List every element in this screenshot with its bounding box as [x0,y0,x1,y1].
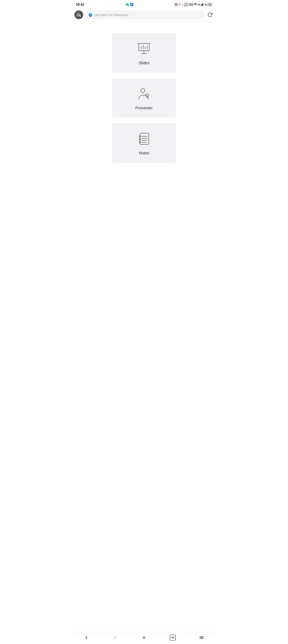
status-time: 20:42 [76,3,84,6]
security-shield-icon [88,12,93,17]
nfc-icon: N [175,3,178,6]
hd2-icon: HD2 [189,4,193,6]
bluetooth-icon: ☇ [182,3,183,6]
forward-button[interactable] [110,634,120,642]
battery-level: 94 [209,4,211,6]
svg-rect-9 [139,44,149,51]
signal-4g-icon: 4G [198,4,200,6]
wechat-icon [125,2,129,6]
url-host: 192.168.0.197 [94,13,113,16]
svg-rect-1 [202,4,202,6]
slides-icon [136,41,152,57]
new-tab-button[interactable] [139,634,149,642]
svg-rect-3 [203,3,203,6]
battery-icon: 94 [208,3,212,6]
address-bar[interactable]: 192.168.0.197:3032/entry [85,11,204,19]
svg-rect-2 [202,4,203,6]
presenter-icon [136,86,152,102]
notes-icon [136,131,152,147]
alipay-icon: 支 [130,3,133,6]
presenter-card[interactable]: Presenter [112,78,176,118]
speed-text: 3.00KB/S [184,2,188,7]
svg-rect-4 [203,3,204,6]
wifi-icon [194,3,197,6]
tab-count: 29 [170,634,176,640]
browser-bar: 192.168.0.197:3032/entry [72,9,216,21]
notes-card[interactable]: Notes [112,123,176,162]
url-path: :3032/entry [113,13,128,16]
avatar-button[interactable] [74,10,83,19]
back-button[interactable] [81,634,91,642]
status-icons-left: 支 [125,2,133,6]
status-icons-right: N ⏰ ☇ 3.00KB/S HD2 4G 5G 94 [175,2,212,7]
tab-switcher-button[interactable]: 29 [168,634,178,642]
slides-label: Slides [139,61,149,65]
refresh-button[interactable] [206,11,214,18]
signal-5g-icon: 5G [205,4,207,6]
browser-menu-button[interactable] [197,634,207,642]
main-content: Slides Presenter Notes [72,21,216,632]
presenter-label: Presenter [135,106,153,110]
svg-point-17 [141,88,145,92]
alarm-icon: ⏰ [178,4,181,6]
svg-point-5 [77,13,79,15]
signal-bars-icon [201,3,204,6]
url-text: 192.168.0.197:3032/entry [94,13,128,16]
notes-label: Notes [139,151,149,156]
status-bar: 20:42 支 N ⏰ ☇ 3.00KB/S HD2 4G [72,0,216,9]
svg-rect-0 [201,5,201,6]
slides-card[interactable]: Slides [112,33,176,72]
bottom-nav: 29 [72,632,216,644]
